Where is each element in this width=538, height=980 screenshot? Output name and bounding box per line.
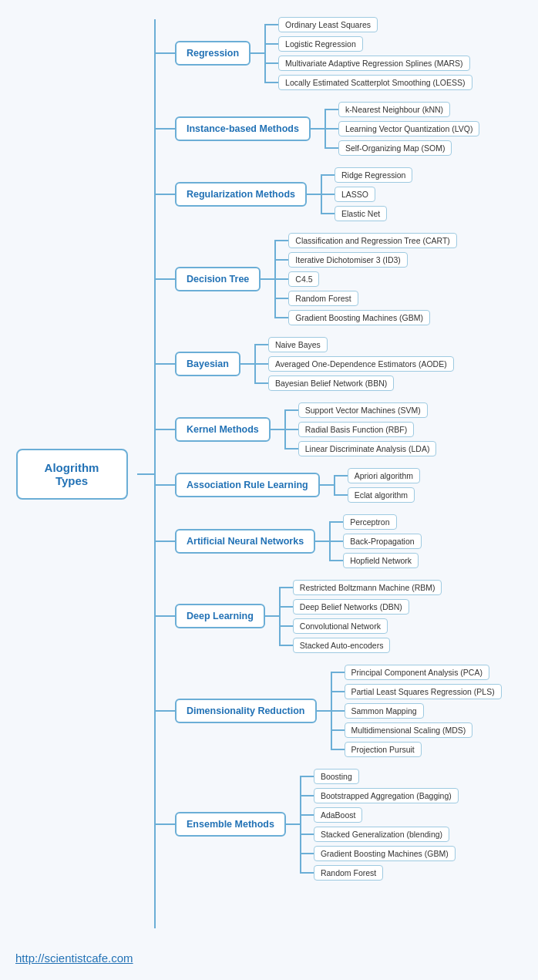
spine-h-line-decision-tree [156, 278, 175, 280]
category-box-ensemble: Ensemble Methods [175, 812, 286, 837]
item-entry: Perceptron [329, 512, 421, 531]
section-instance-based: Instance-based Methodsk-Nearest Neighbou… [156, 99, 532, 157]
item-box: Multidimensional Scaling (MDS) [345, 722, 473, 738]
item-entry: Gradient Boosting Machines (GBM) [274, 308, 457, 327]
category-box-regularization: Regularization Methods [175, 182, 307, 207]
item-h-line [279, 606, 293, 608]
item-box: Gradient Boosting Machines (GBM) [314, 846, 456, 861]
item-entry: Elastic Net [321, 204, 412, 223]
items-container-bayesian: Naive BayesAveraged One-Dependence Estim… [254, 335, 454, 392]
item-box: Perceptron [343, 514, 396, 530]
category-box-bayesian: Bayesian [175, 352, 240, 376]
item-h-line [331, 691, 345, 692]
item-entry: Averaged One-Dependence Estimators (AODE… [254, 354, 454, 373]
item-h-line [279, 587, 293, 588]
item-entry: Logistic Regression [264, 34, 472, 53]
items-container-instance-based: k-Nearest Neighbour (kNN)Learning Vector… [324, 99, 480, 157]
item-h-line [274, 317, 288, 318]
section-association: Association Rule LearningApriori algorit… [156, 466, 532, 504]
item-entry: Partial Least Squares Regression (PLS) [331, 682, 502, 701]
item-entry: Random Forest [300, 863, 459, 882]
item-h-line [279, 645, 293, 646]
page-layout: Alogrithm Types RegressionOrdinary Least… [0, 0, 538, 980]
items-container-ensemble: BoostingBootstrapped Aggregation (Baggin… [300, 766, 459, 882]
item-box: Hopfield Network [343, 553, 419, 568]
item-entry: Projection Pursuit [331, 739, 502, 759]
item-h-line [274, 240, 288, 241]
item-entry: Random Forest [274, 288, 457, 308]
items-container-deep-learning: Restricted Boltzmann Machine (RBM)Deep B… [279, 578, 442, 655]
item-entry: Boosting [300, 766, 459, 786]
category-box-deep-learning: Deep Learning [175, 604, 265, 628]
item-box: LASSO [335, 187, 375, 202]
item-entry: Classification and Regression Tree (CART… [274, 231, 457, 250]
item-box: Sammon Mapping [345, 703, 424, 719]
items-container-regularization: Ridge RegressionLASSOElastic Net [321, 165, 412, 223]
item-entry: Deep Belief Networks (DBN) [279, 597, 442, 616]
item-h-line [331, 749, 345, 750]
item-box: Bayesian Belief Network (BBN) [268, 375, 394, 391]
item-h-line [284, 429, 298, 430]
item-h-line [321, 213, 335, 214]
item-entry: Stacked Auto-encoders [279, 635, 442, 655]
section-bayesian: BayesianNaive BayesAveraged One-Dependen… [156, 335, 532, 392]
category-box-decision-tree: Decision Tree [175, 267, 261, 291]
item-box: Stacked Generalization (blending) [314, 827, 449, 842]
item-h-line [264, 24, 278, 25]
item-h-line [329, 541, 343, 542]
diagram-container: Alogrithm Types RegressionOrdinary Least… [0, 0, 538, 944]
category-box-ann: Artificial Neural Networks [175, 529, 315, 554]
item-h-line [274, 298, 288, 299]
item-box: Projection Pursuit [345, 742, 422, 757]
item-box: Radial Basis Function (RBF) [298, 422, 414, 437]
item-box: Linear Discriminate Analysis (LDA) [298, 441, 437, 456]
item-h-line [300, 795, 314, 796]
section-regression: RegressionOrdinary Least SquaresLogistic… [156, 15, 532, 92]
item-entry: Bayesian Belief Network (BBN) [254, 373, 454, 392]
sections-column: RegressionOrdinary Least SquaresLogistic… [156, 12, 532, 936]
item-box: C4.5 [288, 271, 319, 287]
item-entry: Self-Organizing Map (SOM) [324, 138, 480, 157]
algorithm-types-label: Alogrithm Types [16, 449, 128, 500]
item-box: Bootstrapped Aggregation (Bagging) [314, 788, 459, 803]
item-box: Back-Propagation [343, 534, 421, 549]
item-box: Elastic Net [335, 206, 387, 221]
category-box-kernel: Kernel Methods [175, 417, 271, 442]
spine-h-line-ensemble [156, 823, 175, 825]
item-entry: Support Vector Machines (SVM) [284, 400, 437, 419]
spine-h-line-regularization [156, 194, 175, 195]
items-container-decision-tree: Classification and Regression Tree (CART… [274, 231, 457, 327]
item-h-line [300, 853, 314, 854]
cat-to-items-h-ann [315, 541, 329, 542]
spine-h-line-dimensionality [156, 710, 175, 712]
item-h-line [300, 776, 314, 777]
item-box: Random Forest [314, 865, 383, 881]
item-h-line [274, 259, 288, 261]
section-decision-tree: Decision TreeClassification and Regressi… [156, 231, 532, 327]
cat-to-items-h-regression [251, 52, 264, 54]
item-box: k-Nearest Neighbour (kNN) [338, 102, 450, 117]
item-box: Naive Bayes [268, 337, 328, 352]
item-box: Partial Least Squares Regression (PLS) [345, 684, 502, 699]
item-box: Support Vector Machines (SVM) [298, 402, 428, 418]
item-h-line [300, 834, 314, 835]
item-box: Eclat algorithm [348, 487, 415, 503]
item-h-line [264, 62, 278, 64]
item-entry: Ordinary Least Squares [264, 15, 472, 34]
item-entry: Gradient Boosting Machines (GBM) [300, 844, 459, 863]
item-h-line [329, 560, 343, 561]
section-ann: Artificial Neural NetworksPerceptronBack… [156, 512, 532, 570]
item-h-line [334, 494, 348, 496]
section-deep-learning: Deep LearningRestricted Boltzmann Machin… [156, 578, 532, 655]
cat-to-items-h-regularization [307, 194, 321, 195]
section-ensemble: Ensemble MethodsBoostingBootstrapped Agg… [156, 766, 532, 882]
spine-h-line-regression [156, 52, 175, 54]
item-entry: Ridge Regression [321, 165, 412, 184]
cat-to-items-h-decision-tree [261, 278, 274, 280]
item-box: Gradient Boosting Machines (GBM) [288, 310, 430, 325]
item-box: Iterative Dichotomiser 3 (ID3) [288, 252, 408, 268]
items-container-ann: PerceptronBack-PropagationHopfield Netwo… [329, 512, 421, 570]
cat-to-items-h-instance-based [311, 128, 324, 130]
item-entry: Hopfield Network [329, 551, 421, 570]
cat-to-items-h-deep-learning [265, 615, 279, 617]
